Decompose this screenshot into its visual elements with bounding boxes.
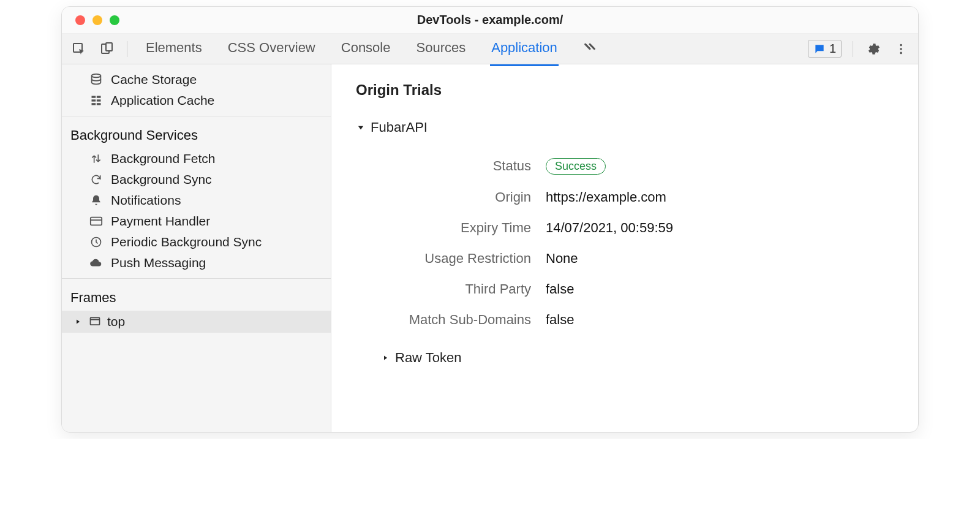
value-third-party: false: [546, 281, 574, 297]
raw-token-label: Raw Token: [395, 350, 461, 366]
sidebar-item-label: Background Fetch: [111, 151, 215, 166]
chevron-right-icon[interactable]: [73, 317, 83, 327]
chevron-down-icon[interactable]: [356, 123, 366, 132]
panel-body: Cache Storage Application Cache Backgrou…: [62, 64, 918, 432]
toolbar-divider: [127, 41, 127, 57]
main-toolbar: Elements CSS Overview Console Sources Ap…: [62, 34, 918, 64]
panel-heading: Origin Trials: [356, 81, 894, 99]
sidebar-item-cache-storage[interactable]: Cache Storage: [62, 69, 331, 90]
svg-point-3: [900, 44, 902, 46]
background-services-group: Background Services Background Fetch Bac…: [62, 116, 331, 279]
svg-point-6: [92, 74, 101, 78]
svg-rect-11: [92, 103, 96, 105]
issues-badge[interactable]: 1: [808, 40, 842, 58]
value-origin: https://example.com: [546, 189, 666, 205]
chevron-right-icon[interactable]: [380, 353, 390, 363]
credit-card-icon: [89, 214, 104, 228]
cloud-icon: [89, 256, 104, 270]
label-usage: Usage Restriction: [380, 251, 546, 267]
inspect-element-icon[interactable]: [70, 40, 88, 58]
label-subdomains: Match Sub-Domains: [380, 312, 546, 328]
sidebar-item-label: Application Cache: [111, 93, 214, 108]
issues-count: 1: [829, 42, 836, 56]
frame-label: top: [107, 314, 125, 329]
status-badge: Success: [546, 158, 606, 175]
origin-trials-panel: Origin Trials FubarAPI Status Success Or…: [331, 64, 918, 432]
tab-sources[interactable]: Sources: [415, 34, 467, 64]
sidebar-item-label: Cache Storage: [111, 72, 197, 87]
label-status: Status: [380, 158, 546, 174]
bell-icon: [89, 194, 104, 206]
svg-rect-9: [92, 99, 96, 101]
svg-point-4: [900, 48, 902, 50]
sidebar-item-background-fetch[interactable]: Background Fetch: [62, 148, 331, 169]
devtools-window: DevTools - example.com/ Elements CSS Ove…: [61, 6, 919, 433]
tab-css-overview[interactable]: CSS Overview: [227, 34, 317, 64]
more-menu-icon[interactable]: [892, 40, 910, 58]
row-subdomains: Match Sub-Domains false: [380, 305, 894, 335]
frames-group: Frames top: [62, 279, 331, 432]
sidebar-item-label: Notifications: [111, 193, 181, 208]
window-title: DevTools - example.com/: [62, 13, 918, 27]
value-expiry: 14/07/2021, 00:59:59: [546, 220, 673, 236]
label-origin: Origin: [380, 189, 546, 205]
frames-root[interactable]: top: [62, 311, 331, 333]
more-tabs-icon[interactable]: [582, 34, 598, 64]
titlebar: DevTools - example.com/: [62, 7, 918, 34]
value-subdomains: false: [546, 312, 574, 328]
sidebar-item-background-sync[interactable]: Background Sync: [62, 169, 331, 190]
value-usage: None: [546, 251, 578, 267]
trial-details: Status Success Origin https://example.co…: [380, 150, 894, 335]
tab-elements[interactable]: Elements: [145, 34, 203, 64]
database-icon: [89, 73, 104, 86]
sidebar-heading: Frames: [62, 284, 331, 311]
svg-rect-7: [92, 96, 96, 98]
maximize-icon[interactable]: [110, 15, 119, 25]
row-origin: Origin https://example.com: [380, 182, 894, 213]
close-icon[interactable]: [75, 15, 85, 25]
sidebar-item-label: Background Sync: [111, 172, 212, 187]
svg-rect-8: [97, 96, 101, 98]
sidebar-item-notifications[interactable]: Notifications: [62, 190, 331, 211]
sidebar-item-periodic-sync[interactable]: Periodic Background Sync: [62, 232, 331, 252]
device-toggle-icon[interactable]: [99, 40, 116, 58]
panel-tabs: Elements CSS Overview Console Sources Ap…: [145, 34, 598, 64]
sync-icon: [89, 173, 104, 186]
trial-row[interactable]: FubarAPI: [356, 117, 894, 138]
sidebar-item-application-cache[interactable]: Application Cache: [62, 90, 331, 111]
trial-name: FubarAPI: [371, 119, 428, 135]
sidebar-item-label: Periodic Background Sync: [111, 235, 262, 249]
svg-rect-10: [97, 99, 101, 101]
row-third-party: Third Party false: [380, 274, 894, 305]
gear-icon[interactable]: [864, 40, 881, 58]
label-expiry: Expiry Time: [380, 220, 546, 236]
cache-group: Cache Storage Application Cache: [62, 64, 331, 116]
tab-application[interactable]: Application: [490, 34, 559, 66]
minimize-icon[interactable]: [92, 15, 102, 25]
sidebar-heading: Background Services: [62, 121, 331, 148]
updown-arrows-icon: [89, 153, 104, 165]
row-status: Status Success: [380, 150, 894, 182]
clock-icon: [89, 236, 104, 248]
svg-point-5: [900, 51, 902, 54]
grid-icon: [89, 94, 104, 107]
raw-token-row[interactable]: Raw Token: [380, 347, 894, 368]
sidebar-item-label: Push Messaging: [111, 256, 206, 270]
label-third-party: Third Party: [380, 281, 546, 297]
row-usage: Usage Restriction None: [380, 243, 894, 274]
sidebar-item-label: Payment Handler: [111, 214, 210, 229]
svg-rect-2: [106, 43, 112, 51]
row-expiry: Expiry Time 14/07/2021, 00:59:59: [380, 213, 894, 243]
tab-console[interactable]: Console: [340, 34, 392, 64]
svg-rect-13: [91, 218, 102, 225]
application-sidebar: Cache Storage Application Cache Backgrou…: [62, 64, 331, 432]
svg-rect-15: [91, 317, 100, 325]
sidebar-item-push-messaging[interactable]: Push Messaging: [62, 252, 331, 273]
svg-rect-12: [97, 103, 101, 105]
sidebar-item-payment-handler[interactable]: Payment Handler: [62, 211, 331, 232]
frame-icon: [89, 316, 101, 328]
traffic-lights: [62, 15, 119, 25]
toolbar-divider: [853, 41, 853, 57]
